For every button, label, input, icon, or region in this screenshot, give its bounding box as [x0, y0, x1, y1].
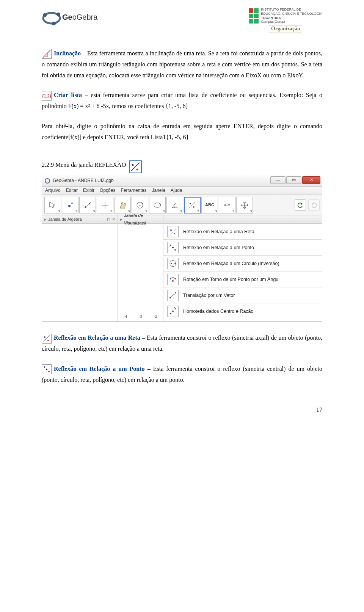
tool-angle[interactable]	[166, 197, 183, 213]
menu-item[interactable]: Arquivo	[45, 187, 61, 195]
minimize-button[interactable]: —	[270, 176, 286, 184]
maximize-button[interactable]: ▭	[286, 176, 301, 184]
svg-point-42	[175, 292, 176, 293]
menu-item[interactable]: Exibir	[83, 187, 94, 195]
svg-point-9	[45, 179, 50, 183]
y-axis	[156, 224, 156, 322]
svg-point-35	[174, 263, 176, 264]
reflexao-section-icon	[129, 160, 142, 173]
svg-line-6	[131, 163, 140, 171]
dropdown-item[interactable]: Rotação em Torno de um Ponto por um Ângu…	[163, 271, 322, 287]
tool-reflection-selected[interactable]	[184, 197, 201, 213]
svg-point-1	[43, 13, 47, 17]
dropdown-item[interactable]: Translação por um Vetor	[163, 287, 322, 303]
tool-circle[interactable]	[132, 197, 148, 213]
svg-point-31	[172, 247, 174, 248]
geogebra-logo: GeoGebra	[42, 8, 99, 27]
tool-title: Inclinação	[54, 50, 81, 56]
dropdown-label: Homotetia dados Centro e Razão	[183, 307, 254, 316]
dropdown-item[interactable]: Reflexão em Relação a uma Reta	[163, 224, 322, 240]
reflect-circle-icon	[167, 258, 179, 269]
chevron-right-icon[interactable]: ▸	[44, 216, 47, 223]
svg-point-7	[132, 164, 134, 166]
org-label: Organização	[269, 25, 302, 33]
dropdown-item[interactable]: k Homotetia dados Centro e Razão	[163, 303, 322, 319]
svg-point-36	[172, 280, 174, 282]
redo-button[interactable]	[308, 199, 320, 211]
paragraph-reflexao-ponto: Reflexão em Relação a um Ponto – Esta fe…	[42, 364, 322, 386]
org-block: INSTITUTO FEDERAL DE EDUCAÇÃO, CIÊNCIA E…	[249, 8, 322, 33]
org-line: Campus Gurupi	[261, 20, 322, 24]
close-button[interactable]: ✕	[302, 176, 320, 184]
svg-point-14	[89, 203, 90, 204]
logo-text: GeoGebra	[62, 13, 98, 21]
tool-text[interactable]: ABC	[201, 197, 218, 213]
section-row: 2.2.9 Menu da janela REFLEXÃO	[42, 152, 322, 174]
tool-ellipse[interactable]	[149, 197, 166, 213]
panel-title: Janela de Visualizaçã	[124, 212, 161, 227]
svg-point-53	[48, 371, 50, 372]
svg-line-39	[170, 294, 174, 298]
tool-slider[interactable]: a=2	[219, 197, 235, 213]
tool-point[interactable]: A	[62, 197, 78, 213]
tick: -3	[139, 313, 142, 320]
menu-item[interactable]: Ajuda	[171, 187, 182, 195]
criar-lista-icon: {1,2}	[42, 91, 52, 101]
geogebra-window: GeoGebra - ANDRE LUIZ.ggb — ▭ ✕ Arquivo …	[42, 175, 322, 322]
reflect-line-icon	[167, 226, 179, 237]
menu-item[interactable]: Janela	[152, 187, 165, 195]
svg-point-8	[136, 169, 138, 171]
chevron-right-icon[interactable]: ▸	[120, 216, 122, 223]
svg-point-21	[154, 203, 161, 207]
svg-point-29	[174, 233, 175, 234]
panel-detach-icon[interactable]: ◻	[107, 216, 110, 223]
svg-point-13	[85, 206, 86, 208]
tool-move-view[interactable]	[236, 197, 253, 213]
dropdown-item[interactable]: Reflexão em Relação a um Círculo (Invers…	[163, 256, 322, 271]
graphics-panel: ▸ Janela de Visualizaçã -4 -3 -2	[118, 215, 163, 322]
reflect-line-icon	[42, 334, 52, 344]
svg-point-20	[142, 203, 143, 204]
rotate-icon	[167, 274, 179, 285]
svg-marker-17	[120, 202, 126, 208]
menu-item[interactable]: Opções	[100, 187, 115, 195]
svg-line-46	[171, 309, 176, 314]
inclinacao-icon	[42, 49, 52, 59]
svg-point-37	[170, 278, 171, 279]
svg-point-24	[193, 206, 195, 208]
menu-item[interactable]: Ferramentas	[121, 187, 146, 195]
undo-button[interactable]	[295, 199, 306, 211]
dropdown-label: Reflexão em Relação a um Círculo (Invers…	[183, 259, 279, 268]
svg-point-49	[44, 336, 46, 338]
tool-move[interactable]	[44, 197, 61, 213]
tool-line[interactable]	[79, 197, 96, 213]
app-icon	[44, 178, 50, 184]
menu-item[interactable]: Editar	[66, 187, 78, 195]
svg-point-51	[44, 366, 45, 368]
tick: -4	[124, 313, 127, 320]
dropdown-label: Translação por um Vetor	[183, 291, 235, 300]
panels: ▸ Janela de Álgebra ◻ ✕ ▸ Janela de Visu…	[42, 215, 322, 322]
if-logo-icon	[249, 8, 259, 24]
dropdown-label: Rotação em Torno de um Ponto por um Ângu…	[183, 275, 279, 284]
org-line: EDUCAÇÃO, CIÊNCIA E TECNOLOGIA	[261, 12, 322, 16]
toolbar: A ABC a=2	[42, 195, 322, 215]
tool-perpendicular[interactable]	[97, 197, 113, 213]
svg-text:A: A	[71, 201, 73, 205]
tick: -2	[154, 313, 157, 320]
dilate-icon: k	[167, 306, 179, 317]
svg-point-38	[174, 278, 176, 279]
tool-title: Criar lista	[54, 92, 82, 98]
window-title: GeoGebra - ANDRE LUIZ.ggb	[53, 177, 114, 185]
slider-label: a=2	[224, 202, 230, 208]
tool-body: – esta ferramenta serve para criar uma l…	[42, 92, 322, 109]
svg-point-52	[46, 369, 47, 370]
menubar: Arquivo Editar Exibir Opções Ferramentas…	[42, 187, 322, 195]
paragraph-criar-lista: {1,2}Criar lista – esta ferramenta serve…	[42, 90, 322, 112]
translate-icon	[167, 290, 179, 301]
abc-label: ABC	[205, 201, 214, 209]
panel-close-icon[interactable]: ✕	[112, 216, 115, 223]
dropdown-item[interactable]: Reflexão em Relação a um Ponto	[163, 240, 322, 256]
titlebar: GeoGebra - ANDRE LUIZ.ggb — ▭ ✕	[42, 175, 322, 187]
tool-polygon[interactable]	[114, 197, 131, 213]
